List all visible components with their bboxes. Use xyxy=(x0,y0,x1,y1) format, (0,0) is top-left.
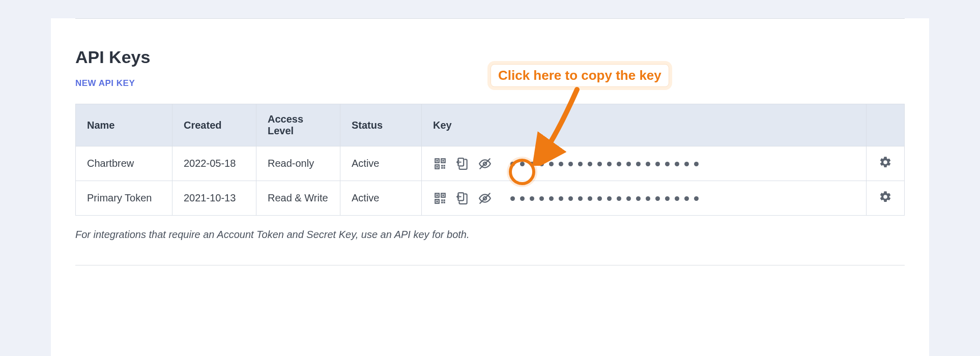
qr-code-icon[interactable] xyxy=(433,157,447,171)
copy-key-icon[interactable] xyxy=(455,191,470,205)
settings-gear-icon[interactable] xyxy=(879,190,892,203)
svg-rect-8 xyxy=(441,167,443,168)
col-header-access: Access Level xyxy=(256,104,340,146)
col-header-actions xyxy=(867,104,905,146)
toggle-visibility-icon[interactable] xyxy=(478,157,492,171)
col-header-key: Key xyxy=(422,104,867,146)
cell-name: Chartbrew xyxy=(76,146,172,181)
cell-access: Read & Write xyxy=(256,181,340,216)
svg-rect-9 xyxy=(444,167,445,168)
qr-code-icon[interactable] xyxy=(433,191,447,205)
svg-rect-16 xyxy=(442,194,444,196)
annotation-callout: Click here to copy the key xyxy=(491,64,669,87)
svg-rect-19 xyxy=(441,199,443,201)
cell-status: Active xyxy=(340,181,422,216)
cell-created: 2022-05-18 xyxy=(172,146,256,181)
masked-key xyxy=(510,158,855,169)
svg-rect-7 xyxy=(444,165,445,166)
svg-rect-3 xyxy=(442,160,444,161)
svg-rect-18 xyxy=(436,200,438,202)
svg-rect-21 xyxy=(441,201,443,203)
svg-rect-20 xyxy=(444,199,445,201)
col-header-status: Status xyxy=(340,104,422,146)
toggle-visibility-icon[interactable] xyxy=(478,191,492,205)
cell-actions xyxy=(867,146,905,181)
table-row: Chartbrew2022-05-18Read-onlyActive xyxy=(76,146,905,181)
new-api-key-link[interactable]: NEW API KEY xyxy=(75,78,135,88)
col-header-name: Name xyxy=(76,104,172,146)
cell-access: Read-only xyxy=(256,146,340,181)
cell-key xyxy=(422,146,867,181)
svg-rect-14 xyxy=(436,194,438,196)
divider-bottom xyxy=(75,265,905,265)
table-row: Primary Token2021-10-13Read & WriteActiv… xyxy=(76,181,905,216)
divider-top xyxy=(75,18,905,19)
svg-rect-6 xyxy=(441,165,443,166)
api-keys-table: Name Created Access Level Status Key Cha… xyxy=(75,104,905,216)
svg-rect-5 xyxy=(436,166,438,167)
table-header-row: Name Created Access Level Status Key xyxy=(76,104,905,146)
svg-rect-22 xyxy=(444,201,445,203)
col-header-created: Created xyxy=(172,104,256,146)
footnote-text: For integrations that require an Account… xyxy=(75,229,905,241)
settings-gear-icon[interactable] xyxy=(879,156,892,169)
cell-name: Primary Token xyxy=(76,181,172,216)
cell-actions xyxy=(867,181,905,216)
copy-key-icon[interactable] xyxy=(455,157,470,171)
annotation-label: Click here to copy the key xyxy=(491,64,669,87)
cell-created: 2021-10-13 xyxy=(172,181,256,216)
section-title: API Keys xyxy=(75,47,905,67)
cell-key xyxy=(422,181,867,216)
cell-status: Active xyxy=(340,146,422,181)
api-keys-panel: API Keys NEW API KEY Name Created Access… xyxy=(51,18,929,356)
svg-rect-1 xyxy=(436,160,438,161)
masked-key xyxy=(510,192,855,204)
